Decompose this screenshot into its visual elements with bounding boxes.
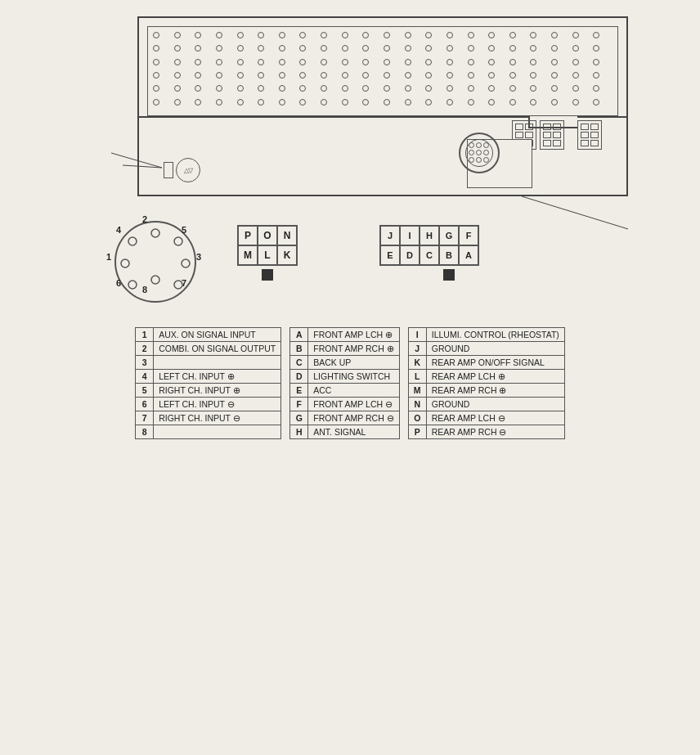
pin-description: GROUND	[426, 398, 564, 411]
pin-description: REAR AMP LCH ⊕	[426, 370, 564, 384]
table-row: PREAR AMP RCH ⊖	[408, 425, 564, 439]
svg-point-9	[121, 259, 129, 267]
pin-description	[154, 425, 281, 439]
pin-number: E	[290, 384, 308, 398]
pin-description: REAR AMP RCH ⊖	[426, 425, 564, 439]
pin-description: LEFT CH. INPUT ⊕	[154, 370, 281, 384]
pin-number: 3	[136, 356, 154, 370]
table-row: 4LEFT CH. INPUT ⊕	[136, 370, 281, 384]
wiring-section: 1AUX. ON SIGNAL INPUT2COMBI. ON SIGNAL O…	[25, 327, 675, 439]
pin-number: I	[408, 328, 426, 342]
pin-description: LIGHTING SWITCH	[308, 370, 399, 384]
pin-description: ANT. SIGNAL	[308, 425, 399, 439]
table-row: KREAR AMP ON/OFF SIGNAL	[408, 356, 564, 370]
pin-number: L	[408, 370, 426, 384]
pin-description: RIGHT CH. INPUT ⊖	[154, 411, 281, 425]
svg-point-6	[174, 281, 182, 289]
pin-description: GROUND	[426, 342, 564, 356]
svg-point-7	[151, 276, 159, 284]
pin-description: BACK UP	[308, 356, 399, 370]
pin-description: LEFT CH. INPUT ⊖	[154, 398, 281, 411]
svg-point-3	[151, 229, 159, 237]
table-row: 3	[136, 356, 281, 370]
table-row: AFRONT AMP LCH ⊕	[290, 328, 399, 342]
pin-number: G	[290, 411, 308, 425]
pin-number: 5	[136, 384, 154, 398]
table-row: DLIGHTING SWITCH	[290, 370, 399, 384]
table-row: 8	[136, 425, 281, 439]
wiring-table-1: 1AUX. ON SIGNAL INPUT2COMBI. ON SIGNAL O…	[135, 327, 281, 439]
pin-number: 4	[136, 370, 154, 384]
pin-number: F	[290, 398, 308, 411]
table-row: JGROUND	[408, 342, 564, 356]
pin-description: FRONT AMP LCH ⊕	[308, 328, 399, 342]
svg-line-2	[522, 196, 628, 229]
sq-pon-connector: P O N M L K	[237, 225, 298, 281]
pin-number: 6	[136, 398, 154, 411]
table-row: MREAR AMP RCH ⊕	[408, 384, 564, 398]
sq-indicator-1	[262, 269, 273, 281]
svg-point-4	[174, 237, 182, 245]
pin-description: REAR AMP RCH ⊕	[426, 384, 564, 398]
pin-description	[154, 356, 281, 370]
table-row: 6LEFT CH. INPUT ⊖	[136, 398, 281, 411]
page: // We'll generate dots via JS after rend…	[0, 0, 700, 755]
pin-description: REAR AMP LCH ⊖	[426, 411, 564, 425]
svg-point-10	[128, 237, 137, 245]
pin-number: D	[290, 370, 308, 384]
pin-number: M	[408, 384, 426, 398]
pin-number: 8	[136, 425, 154, 439]
table-row: BFRONT AMP RCH ⊕	[290, 342, 399, 356]
pin-number: P	[408, 425, 426, 439]
pin-description: AUX. ON SIGNAL INPUT	[154, 328, 281, 342]
wiring-table-2: AFRONT AMP LCH ⊕BFRONT AMP RCH ⊕CBACK UP…	[289, 327, 399, 439]
table-row: OREAR AMP LCH ⊖	[408, 411, 564, 425]
pin-number: J	[408, 342, 426, 356]
pin-number: N	[408, 398, 426, 411]
unit-diagram: // We'll generate dots via JS after rend…	[88, 16, 612, 196]
pin-number: C	[290, 356, 308, 370]
svg-line-0	[111, 153, 162, 168]
table-row: EACC	[290, 384, 399, 398]
cd-connector	[459, 133, 500, 173]
pin-number: B	[290, 342, 308, 356]
pin-number: H	[290, 425, 308, 439]
cd-line	[432, 172, 636, 237]
svg-point-8	[128, 281, 137, 289]
pin-description: FRONT AMP LCH ⊖	[308, 398, 399, 411]
pin-description: ACC	[308, 384, 399, 398]
pin-description: FRONT AMP RCH ⊕	[308, 342, 399, 356]
pin-description: FRONT AMP RCH ⊖	[308, 411, 399, 425]
pin-description: COMBI. ON SIGNAL OUTPUT	[154, 342, 281, 356]
label-lines	[88, 123, 252, 188]
pin-description: ILLUMI. CONTROL (RHEOSTAT)	[426, 328, 564, 342]
pin-description: REAR AMP ON/OFF SIGNAL	[426, 356, 564, 370]
vent-area: // We'll generate dots via JS after rend…	[147, 26, 618, 116]
table-row: 7RIGHT CH. INPUT ⊖	[136, 411, 281, 425]
table-row: NGROUND	[408, 398, 564, 411]
table-row: HANT. SIGNAL	[290, 425, 399, 439]
wiring-table-3: IILLUMI. CONTROL (RHEOSTAT)JGROUNDKREAR …	[408, 327, 565, 439]
table-row: 2COMBI. ON SIGNAL OUTPUT	[136, 342, 281, 356]
table-row: FFRONT AMP LCH ⊖	[290, 398, 399, 411]
round-8pin-connector: 1 2 3 4 5 6 7 8	[106, 213, 204, 311]
table-row: CBACK UP	[290, 356, 399, 370]
pin-number: A	[290, 328, 308, 342]
table-row: GFRONT AMP RCH ⊖	[290, 411, 399, 425]
pin-number: K	[408, 356, 426, 370]
pin-number: 7	[136, 411, 154, 425]
lg-indicator	[443, 269, 455, 281]
pin-description: RIGHT CH. INPUT ⊕	[154, 384, 281, 398]
pin-number: O	[408, 411, 426, 425]
table-row: 5RIGHT CH. INPUT ⊕	[136, 384, 281, 398]
svg-point-5	[182, 259, 190, 267]
pin-number: 1	[136, 328, 154, 342]
table-row: IILLUMI. CONTROL (RHEOSTAT)	[408, 328, 564, 342]
table-row: LREAR AMP LCH ⊕	[408, 370, 564, 384]
pin-number: 2	[136, 342, 154, 356]
table-row: 1AUX. ON SIGNAL INPUT	[136, 328, 281, 342]
